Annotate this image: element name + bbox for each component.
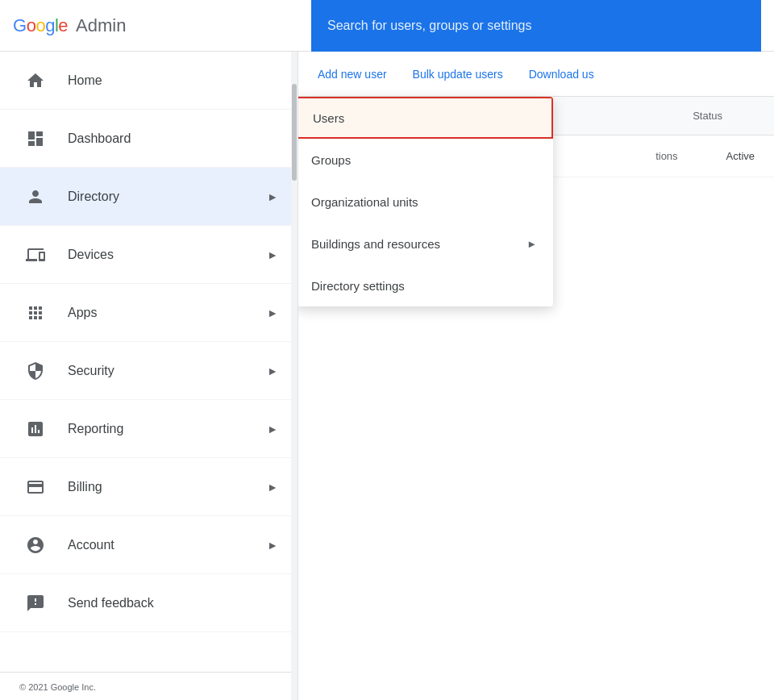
dropdown-item-org-units[interactable]: Organizational units bbox=[298, 181, 553, 223]
table-col-status: Status bbox=[693, 110, 722, 122]
dropdown-org-units-label: Organizational units bbox=[311, 195, 418, 209]
sidebar-item-devices[interactable]: Devices ► bbox=[0, 226, 298, 284]
sidebar-item-directory[interactable]: Directory ► bbox=[0, 168, 298, 226]
dropdown-item-groups[interactable]: Groups bbox=[298, 139, 553, 181]
sidebar-scrollbar[interactable] bbox=[291, 52, 298, 700]
billing-expand-arrow: ► bbox=[267, 481, 278, 494]
sidebar-item-feedback-label: Send feedback bbox=[68, 596, 278, 610]
security-icon bbox=[19, 355, 52, 387]
sidebar-item-reporting[interactable]: Reporting ► bbox=[0, 400, 298, 458]
home-icon bbox=[19, 65, 52, 97]
logo-google-text: Google bbox=[13, 15, 68, 36]
security-expand-arrow: ► bbox=[267, 365, 278, 377]
dropdown-buildings-label: Buildings and resources bbox=[311, 237, 440, 251]
add-new-user-link[interactable]: Add new user bbox=[318, 68, 387, 81]
sidebar-item-home-label: Home bbox=[68, 73, 278, 88]
content-area: Add new user Bulk update users Download … bbox=[298, 52, 774, 700]
sidebar-item-home[interactable]: Home bbox=[0, 52, 298, 110]
buildings-resources-expand-arrow: ► bbox=[526, 238, 537, 250]
bulk-update-users-link[interactable]: Bulk update users bbox=[413, 68, 503, 81]
footer-copyright: © 2021 Google Inc. bbox=[0, 676, 115, 698]
sidebar-item-security[interactable]: Security ► bbox=[0, 342, 298, 400]
dropdown-users-label: Users bbox=[313, 111, 344, 125]
download-users-link[interactable]: Download us bbox=[529, 68, 594, 81]
dropdown-item-buildings-resources[interactable]: Buildings and resources ► bbox=[298, 223, 553, 265]
logo: Google Admin bbox=[13, 15, 311, 36]
apps-expand-arrow: ► bbox=[267, 306, 278, 319]
reporting-icon bbox=[19, 413, 52, 445]
sidebar-item-security-label: Security bbox=[68, 364, 267, 378]
dashboard-icon bbox=[19, 123, 52, 155]
sidebar-item-apps[interactable]: Apps ► bbox=[0, 284, 298, 342]
logo-admin-text: Admin bbox=[76, 15, 126, 36]
search-placeholder: Search for users, groups or settings bbox=[327, 19, 531, 33]
directory-icon bbox=[19, 181, 52, 213]
account-expand-arrow: ► bbox=[267, 539, 278, 552]
feedback-icon bbox=[19, 587, 52, 619]
sidebar-item-billing-label: Billing bbox=[68, 480, 267, 494]
sidebar-item-apps-label: Apps bbox=[68, 306, 267, 320]
search-bar[interactable]: Search for users, groups or settings bbox=[311, 0, 761, 52]
sidebar-item-billing[interactable]: Billing ► bbox=[0, 458, 298, 516]
directory-dropdown-menu: Users Groups Organizational units Buildi… bbox=[298, 97, 553, 306]
scrollbar-thumb bbox=[292, 84, 297, 181]
sidebar-item-account[interactable]: Account ► bbox=[0, 516, 298, 574]
account-icon bbox=[19, 529, 52, 561]
directory-expand-arrow: ► bbox=[267, 190, 278, 203]
main-layout: Home Dashboard Directory ► Devices ► bbox=[0, 52, 774, 700]
sidebar-item-directory-label: Directory bbox=[68, 190, 267, 204]
apps-icon bbox=[19, 297, 52, 329]
app-header: Google Admin Search for users, groups or… bbox=[0, 0, 774, 52]
sidebar-item-dashboard-label: Dashboard bbox=[68, 131, 278, 146]
dropdown-item-directory-settings[interactable]: Directory settings bbox=[298, 265, 553, 306]
sidebar: Home Dashboard Directory ► Devices ► bbox=[0, 52, 298, 700]
sidebar-footer: © 2021 Google Inc. bbox=[0, 672, 298, 700]
sidebar-item-reporting-label: Reporting bbox=[68, 422, 267, 436]
billing-icon bbox=[19, 471, 52, 503]
action-bar: Add new user Bulk update users Download … bbox=[298, 52, 774, 97]
devices-expand-arrow: ► bbox=[267, 248, 278, 261]
devices-icon bbox=[19, 239, 52, 271]
dropdown-directory-settings-label: Directory settings bbox=[311, 279, 405, 293]
dropdown-item-users[interactable]: Users bbox=[298, 97, 553, 139]
sidebar-item-dashboard[interactable]: Dashboard bbox=[0, 110, 298, 168]
table-row-status: Active bbox=[726, 150, 755, 162]
table-row-actions: tions bbox=[655, 150, 677, 162]
sidebar-item-send-feedback[interactable]: Send feedback bbox=[0, 574, 298, 632]
reporting-expand-arrow: ► bbox=[267, 423, 278, 435]
dropdown-groups-label: Groups bbox=[311, 153, 351, 167]
sidebar-item-devices-label: Devices bbox=[68, 248, 267, 262]
sidebar-item-account-label: Account bbox=[68, 538, 267, 552]
